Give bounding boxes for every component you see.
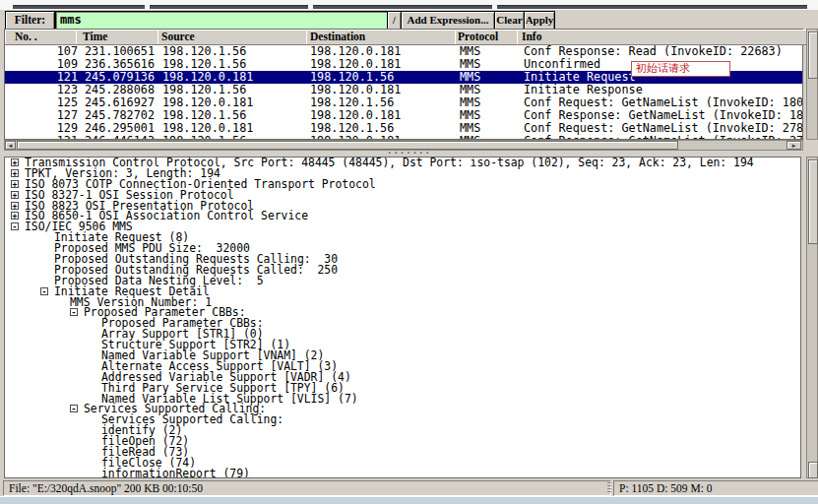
apply-button[interactable]: Apply <box>524 11 555 31</box>
packet-rows: 107231.100651198.120.1.56198.120.0.181MM… <box>5 45 802 139</box>
filter-syntax-button[interactable]: / <box>387 11 402 31</box>
ethereal-capture-window: Filter: mms / Add Expression... Clear Ap… <box>0 0 818 504</box>
filter-input[interactable]: mms <box>55 11 392 31</box>
packet-cell-protocol: MMS <box>460 135 480 139</box>
expander-plus-icon[interactable]: + <box>11 169 19 177</box>
window-bottom-edge <box>0 496 818 504</box>
expander-plus-icon[interactable]: + <box>11 191 19 199</box>
packet-row[interactable]: 131246.446143198.120.1.56198.120.0.181MM… <box>5 135 802 139</box>
column-header-destination[interactable]: Destination <box>306 30 460 45</box>
filter-button[interactable]: Filter: <box>5 11 55 31</box>
add-expression-button[interactable]: Add Expression... <box>401 11 495 31</box>
status-packet-counts: P: 1105 D: 509 M: 0 <box>613 480 818 496</box>
status-file-info: File: "E:/320qdA.snoop" 200 KB 00:10:50 <box>3 480 611 496</box>
column-header-time[interactable]: Time <box>76 30 165 45</box>
toolbar-edge <box>0 0 818 10</box>
toolbar-edge-segment <box>13 5 145 9</box>
packet-cell-destination: 198.120.0.181 <box>310 135 401 139</box>
packet-list-vscrollbar-thumb[interactable] <box>808 32 818 79</box>
clear-button[interactable]: Clear <box>494 11 525 31</box>
expander-plus-icon[interactable]: + <box>11 202 19 210</box>
status-bar: File: "E:/320qdA.snoop" 200 KB 00:10:50 … <box>0 479 818 496</box>
packet-list-header: No. .TimeSourceDestinationProtocolInfo <box>5 30 802 45</box>
detail-tree: +Transmission Control Protocol, Src Port… <box>5 158 800 478</box>
detail-tree-line[interactable]: informationReport (79) <box>5 469 800 478</box>
column-header-no[interactable]: No. . <box>5 30 87 45</box>
expander-minus-icon[interactable]: - <box>40 287 48 295</box>
column-header-source[interactable]: Source <box>157 30 311 45</box>
packet-cell-no: 131 <box>5 135 78 139</box>
expander-minus-icon[interactable]: - <box>70 308 78 316</box>
annotation-callout: 初始话请求 <box>631 61 730 77</box>
column-header-info[interactable]: Info <box>517 30 809 45</box>
expander-plus-icon[interactable]: + <box>11 212 19 220</box>
expander-plus-icon[interactable]: + <box>11 180 19 188</box>
detail-line-text: informationReport (79) <box>101 467 250 478</box>
scroll-left-icon[interactable]: ◂ <box>5 141 16 150</box>
status-grip[interactable] <box>607 482 611 494</box>
detail-vscrollbar-end[interactable] <box>808 462 818 478</box>
protocol-detail-pane: +Transmission Control Protocol, Src Port… <box>4 157 801 478</box>
packet-list-hscrollbar-thumb[interactable] <box>17 141 678 150</box>
toolbar-edge-segment <box>150 5 308 9</box>
detail-vscrollbar[interactable] <box>806 157 818 478</box>
scroll-right-icon[interactable]: ▸ <box>787 141 801 150</box>
expander-minus-icon[interactable]: - <box>70 405 78 412</box>
packet-list-pane: No. .TimeSourceDestinationProtocolInfo 1… <box>4 29 803 140</box>
detail-vscrollbar-thumb[interactable] <box>808 159 818 244</box>
packet-cell-time: 246.446143 <box>85 135 155 139</box>
packet-list-vscrollbar[interactable] <box>806 29 818 140</box>
packet-cell-source: 198.120.1.56 <box>162 135 246 139</box>
expander-plus-icon[interactable]: + <box>11 158 19 166</box>
packet-cell-info: Conf Response: GetNameList (InvokeID: 27… <box>524 135 802 139</box>
toolbar-edge-segment <box>313 5 492 9</box>
column-header-protocol[interactable]: Protocol <box>455 30 521 45</box>
toolbar-edge-segment <box>497 5 807 9</box>
expander-minus-icon[interactable]: - <box>11 222 19 230</box>
